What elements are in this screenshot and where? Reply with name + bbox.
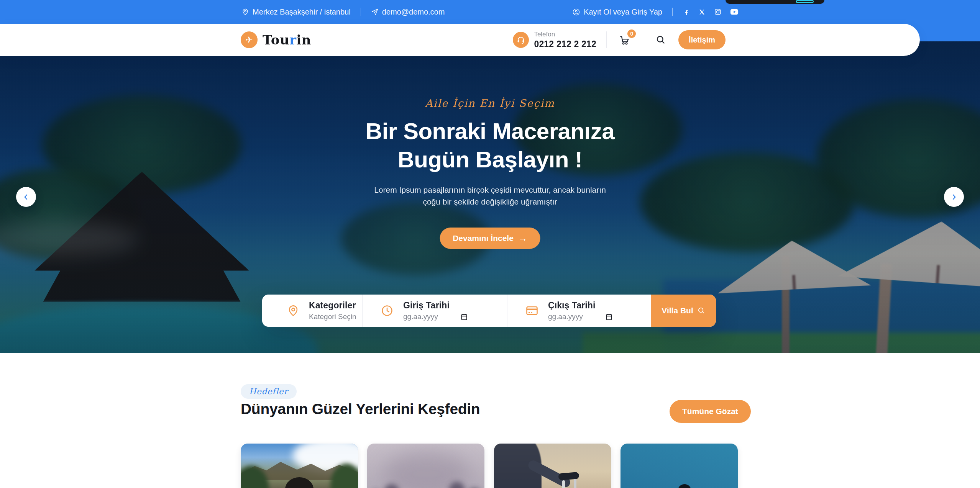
phone-contact[interactable]: Telefon 0212 212 2 212 <box>513 31 596 49</box>
destination-card[interactable] <box>241 444 358 488</box>
facebook-icon[interactable] <box>683 8 690 16</box>
destination-card[interactable] <box>367 444 484 488</box>
checkin-value: gg.aa.yyyy <box>403 313 438 321</box>
checkin-label: Giriş Tarihi <box>403 300 468 311</box>
category-value: Kategori Seçin <box>309 313 356 321</box>
instagram-icon[interactable] <box>714 8 722 16</box>
umbrella <box>715 237 871 302</box>
phone-number: 0212 212 2 212 <box>534 39 596 49</box>
destination-card[interactable] <box>621 444 738 488</box>
phone-label: Telefon <box>534 31 596 38</box>
cart-button[interactable]: 0 <box>617 32 633 48</box>
arrow-right-icon: → <box>518 234 527 243</box>
topbar-divider <box>361 8 361 16</box>
search-button[interactable] <box>653 32 668 47</box>
hero-cta-button[interactable]: Devamını İncele → <box>440 228 540 249</box>
chevron-left-icon <box>22 193 30 201</box>
destination-photo-misty-forest <box>367 444 484 488</box>
pavilion-silhouette <box>34 172 249 302</box>
category-select[interactable]: Kategoriler Kategori Seçin <box>262 295 362 327</box>
destination-cards-row <box>0 444 980 488</box>
cart-badge: 0 <box>627 29 636 38</box>
auth-link[interactable]: Kayıt Ol veya Giriş Yap <box>572 8 662 16</box>
destination-card[interactable] <box>494 444 611 488</box>
browser-artifact <box>726 0 824 4</box>
send-icon <box>371 8 379 16</box>
date-picker-icon[interactable] <box>605 313 613 321</box>
search-icon <box>697 306 706 315</box>
section-badge: Hedefler <box>241 384 297 399</box>
checkin-date-field[interactable]: Giriş Tarihi gg.aa.yyyy <box>362 295 507 327</box>
hero-title: Bir Sonraki Maceranıza Bugün Başlayın ! <box>0 117 980 174</box>
topbar-location-text: Merkez Başakşehir / istanbul <box>253 8 351 16</box>
logo-text: Tourin <box>263 32 311 47</box>
location-pin-icon <box>241 8 249 16</box>
hero-description: Lorem Ipsum pasajlarının birçok çeşidi m… <box>0 184 980 208</box>
headset-icon <box>513 32 529 48</box>
x-twitter-icon[interactable] <box>698 8 706 16</box>
main-header: ✈ Tourin Telefon 0212 212 2 212 0 <box>0 24 920 56</box>
villa-search-button[interactable]: Villa Bul <box>651 295 716 327</box>
destination-photo-mountain-hiker <box>241 444 358 488</box>
chevron-right-icon <box>950 193 958 201</box>
hero-section: Aile İçin En İyi Seçim Bir Sonraki Macer… <box>0 41 980 353</box>
header-divider <box>606 31 607 48</box>
search-icon <box>655 34 666 45</box>
contact-button[interactable]: İletişim <box>678 30 726 49</box>
logo[interactable]: ✈ Tourin <box>241 31 311 48</box>
category-label: Kategoriler <box>309 300 356 311</box>
checkout-date-field[interactable]: Çıkış Tarihi gg.aa.yyyy <box>507 295 651 327</box>
page: Merkez Başakşehir / istanbul demo@demo.c… <box>0 0 980 488</box>
checkout-value: gg.aa.yyyy <box>548 313 583 321</box>
booking-search-bar: Kategoriler Kategori Seçin Giriş Tarihi … <box>262 295 716 327</box>
date-picker-icon[interactable] <box>460 313 468 321</box>
hero-tagline: Aile İçin En İyi Seçim <box>0 97 980 109</box>
topbar-divider <box>672 8 673 16</box>
checkout-label: Çıkış Tarihi <box>548 300 613 311</box>
topbar-email-link[interactable]: demo@demo.com <box>371 8 445 16</box>
airplane-logo-icon: ✈ <box>241 31 258 48</box>
map-pin-icon <box>287 304 300 317</box>
topbar-location: Merkez Başakşehir / istanbul <box>241 8 351 16</box>
card-calendar-icon <box>525 304 539 318</box>
carousel-next-button[interactable] <box>944 187 964 207</box>
browse-all-button[interactable]: Tümüne Gözat <box>670 400 751 423</box>
header-divider <box>643 31 643 48</box>
user-icon <box>572 8 580 16</box>
section-title: Dünyanın Güzel Yerlerini Keşfedin <box>241 401 480 418</box>
umbrella <box>837 215 980 301</box>
topbar-email-text: demo@demo.com <box>382 8 445 16</box>
carousel-prev-button[interactable] <box>16 187 36 207</box>
auth-link-text: Kayıt Ol veya Giriş Yap <box>584 8 662 16</box>
clock-icon <box>380 304 394 318</box>
browser-artifact-pill <box>796 0 814 3</box>
youtube-icon[interactable] <box>730 8 739 15</box>
destination-photo-backpacker <box>621 444 738 488</box>
destination-photo-traveler-suitcase <box>494 444 611 488</box>
